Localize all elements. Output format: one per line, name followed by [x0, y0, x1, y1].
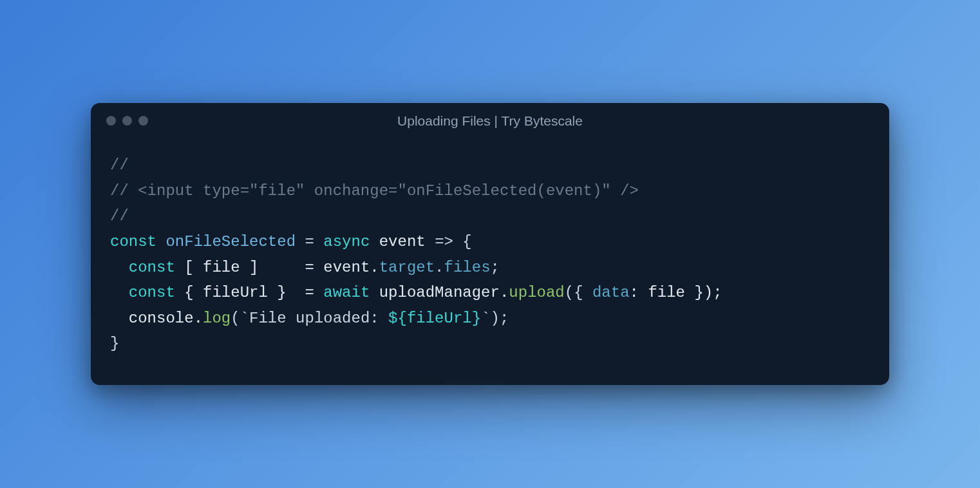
code-string: `: [481, 310, 490, 327]
code-indent: [110, 259, 129, 276]
code-brace: {: [453, 233, 472, 250]
code-key: data: [592, 284, 630, 301]
code-indent: [110, 310, 129, 327]
code-comment: //: [110, 156, 129, 174]
code-comment: // <input type="file" onchange="onFileSe…: [110, 182, 639, 200]
code-punct: (: [231, 310, 240, 327]
close-icon[interactable]: [106, 116, 116, 126]
code-punct: );: [491, 310, 509, 327]
code-punct: ({: [565, 284, 592, 301]
code-text: { fileUrl } =: [175, 284, 323, 301]
code-indent: [110, 284, 129, 301]
code-window: Uploading Files | Try Bytescale // // <i…: [91, 103, 889, 385]
code-keyword: const: [129, 259, 175, 276]
code-property: target: [379, 259, 435, 276]
code-string: `File uploaded:: [240, 310, 388, 327]
minimize-icon[interactable]: [122, 116, 132, 126]
code-punct: .: [435, 259, 444, 276]
code-keyword: const: [110, 233, 156, 250]
code-method: log: [203, 310, 231, 327]
traffic-lights: [106, 116, 148, 126]
code-comment: //: [110, 207, 129, 225]
code-param: event: [370, 233, 435, 250]
code-punct: ;: [491, 259, 500, 276]
code-text: uploadManager.: [370, 284, 509, 301]
code-keyword: await: [323, 284, 370, 301]
code-arrow: =>: [435, 233, 453, 250]
code-keyword: async: [323, 233, 370, 250]
window-titlebar: Uploading Files | Try Bytescale: [91, 103, 889, 133]
code-text: [ file ] = event.: [175, 259, 379, 276]
code-function-name: onFileSelected: [165, 233, 296, 250]
code-method: upload: [509, 284, 564, 301]
code-template-literal: ${fileUrl}: [388, 310, 481, 327]
code-content: // // <input type="file" onchange="onFil…: [91, 133, 889, 385]
code-punct: =: [296, 233, 323, 250]
code-text: console.: [129, 310, 203, 327]
code-property: files: [444, 259, 491, 276]
window-title: Uploading Files | Try Bytescale: [91, 113, 889, 129]
code-keyword: const: [129, 284, 175, 301]
maximize-icon[interactable]: [138, 116, 148, 126]
code-text: : file });: [630, 284, 722, 301]
code-brace: }: [110, 335, 119, 352]
